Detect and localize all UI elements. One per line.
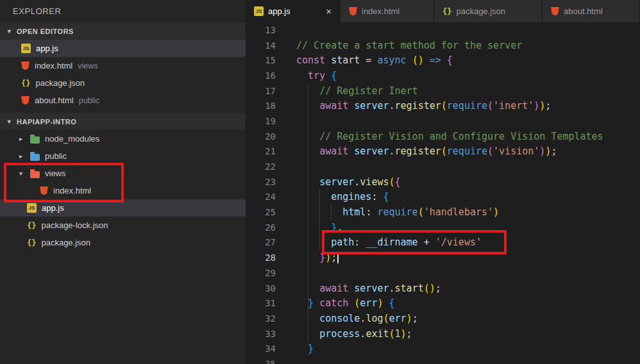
close-icon[interactable]: ×	[326, 6, 332, 16]
code-text: // Register Inert	[276, 85, 418, 97]
open-editor-item[interactable]: {}package.json	[0, 74, 246, 92]
code-text: try {	[276, 70, 337, 81]
file-name: views	[45, 169, 66, 178]
line-number: 23	[246, 177, 276, 187]
line-number: 19	[246, 116, 276, 126]
tab-index-html[interactable]: index.html	[341, 0, 434, 22]
file-name: index.html	[53, 186, 91, 195]
code-text: },	[276, 222, 342, 233]
code-line[interactable]: 29	[246, 265, 640, 281]
tree-folder-item[interactable]: ▾views	[0, 165, 246, 182]
html-file-icon	[21, 96, 29, 105]
file-path-hint: views	[78, 62, 97, 70]
json-file-icon: {}	[21, 79, 30, 88]
file-name: public	[45, 151, 67, 161]
file-name: package.json	[35, 78, 85, 88]
tab-bar: JSapp.js×index.html{}package.jsonabout.h…	[246, 0, 640, 22]
open-editors-label: OPEN EDITORS	[17, 28, 74, 35]
code-text: await server.register(require('inert'));	[276, 100, 551, 112]
file-name: package.json	[41, 238, 90, 247]
code-text: }	[276, 343, 314, 354]
code-line[interactable]: 15const start = async () => {	[246, 53, 640, 68]
line-number: 33	[246, 329, 276, 339]
code-line[interactable]: 30 await server.start();	[246, 281, 640, 296]
line-number: 16	[246, 70, 276, 81]
code-text: await server.register(require('vision'))…	[276, 145, 557, 157]
html-file-icon	[551, 7, 559, 16]
code-editor[interactable]: 1314// Create a start method for the ser…	[246, 22, 640, 364]
line-number: 18	[246, 101, 276, 111]
code-line[interactable]: 28 });	[246, 250, 640, 265]
line-number: 28	[246, 252, 276, 263]
project-folder-header[interactable]: ▾ HAPIAPP-INTRO	[0, 113, 246, 130]
code-text: // Register Vision and Configure Vision …	[276, 131, 603, 142]
tab-label: app.js	[268, 6, 291, 16]
code-line[interactable]: 13	[246, 22, 640, 38]
tree-file-item[interactable]: JSapp.js	[0, 199, 246, 217]
tab-label: index.html	[362, 6, 400, 16]
code-text: engines: {	[276, 191, 389, 203]
code-line[interactable]: 33 process.exit(1);	[246, 326, 640, 342]
tab-label: package.json	[456, 6, 505, 16]
code-line[interactable]: 16 try {	[246, 68, 640, 83]
line-number: 13	[246, 25, 276, 35]
code-line[interactable]: 14// Create a start method for the serve…	[246, 38, 640, 53]
file-name: app.js	[42, 203, 64, 213]
tab-package-json[interactable]: {}package.json	[434, 0, 543, 22]
chevron-right-icon: ▸	[17, 135, 25, 142]
code-line[interactable]: 22	[246, 159, 640, 174]
line-number: 22	[246, 161, 276, 172]
tree-file-item[interactable]: index.html	[0, 182, 246, 199]
code-line[interactable]: 19	[246, 113, 640, 129]
html-file-icon	[21, 62, 29, 70]
json-file-icon: {}	[27, 238, 36, 247]
open-editor-item[interactable]: index.htmlviews	[0, 57, 246, 74]
code-line[interactable]: 24 engines: {	[246, 190, 640, 205]
line-number: 27	[246, 237, 276, 247]
editor-group: JSapp.js×index.html{}package.jsonabout.h…	[246, 0, 640, 364]
line-number: 35	[246, 359, 276, 364]
code-line[interactable]: 32 console.log(err);	[246, 311, 640, 326]
tree-file-item[interactable]: {}package.json	[0, 234, 246, 251]
file-name: package-lock.json	[41, 220, 108, 230]
json-file-icon: {}	[442, 7, 451, 16]
code-line[interactable]: 31 } catch (err) {	[246, 295, 640, 311]
code-text: const start = async () => {	[276, 54, 453, 66]
folder-icon	[30, 154, 40, 161]
html-file-icon	[40, 186, 48, 195]
code-line[interactable]: 35	[246, 356, 640, 364]
code-line[interactable]: 34 }	[246, 341, 640, 356]
tab-app-js[interactable]: JSapp.js×	[246, 0, 341, 22]
code-text: process.exit(1);	[276, 328, 412, 340]
folder-icon	[30, 171, 40, 178]
tree-file-item[interactable]: {}package-lock.json	[0, 217, 246, 234]
open-editors-header[interactable]: ▾ OPEN EDITORS	[0, 22, 246, 40]
code-line[interactable]: 20 // Register Vision and Configure Visi…	[246, 129, 640, 144]
tab-about-html[interactable]: about.html	[543, 0, 640, 22]
open-editor-item[interactable]: JSapp.js	[0, 40, 246, 57]
code-line[interactable]: 18 await server.register(require('inert'…	[246, 98, 640, 113]
code-text: server.views({	[276, 176, 401, 188]
tree-folder-item[interactable]: ▸node_modules	[0, 130, 246, 147]
code-line[interactable]: 23 server.views({	[246, 174, 640, 190]
code-text: path: __dirname + '/views'	[276, 236, 482, 248]
open-editor-item[interactable]: about.htmlpublic	[0, 92, 246, 109]
line-number: 17	[246, 86, 276, 96]
code-line[interactable]: 26 },	[246, 220, 640, 235]
code-text: });	[276, 252, 339, 263]
tab-label: about.html	[564, 6, 603, 16]
js-file-icon: JS	[254, 6, 264, 16]
explorer-title: EXPLORER	[0, 0, 246, 22]
code-text: } catch (err) {	[276, 297, 395, 309]
code-line[interactable]: 21 await server.register(require('vision…	[246, 144, 640, 160]
code-line[interactable]: 17 // Register Inert	[246, 83, 640, 99]
html-file-icon	[349, 7, 357, 16]
code-line[interactable]: 25 html: require('handlebars')	[246, 204, 640, 220]
code-line[interactable]: 27 path: __dirname + '/views'	[246, 235, 640, 251]
tree-folder-item[interactable]: ▸public	[0, 147, 246, 165]
json-file-icon: {}	[27, 221, 36, 230]
file-path-hint: public	[79, 96, 100, 105]
line-number: 31	[246, 298, 276, 308]
chevron-down-icon: ▾	[17, 170, 25, 177]
line-number: 14	[246, 40, 276, 51]
